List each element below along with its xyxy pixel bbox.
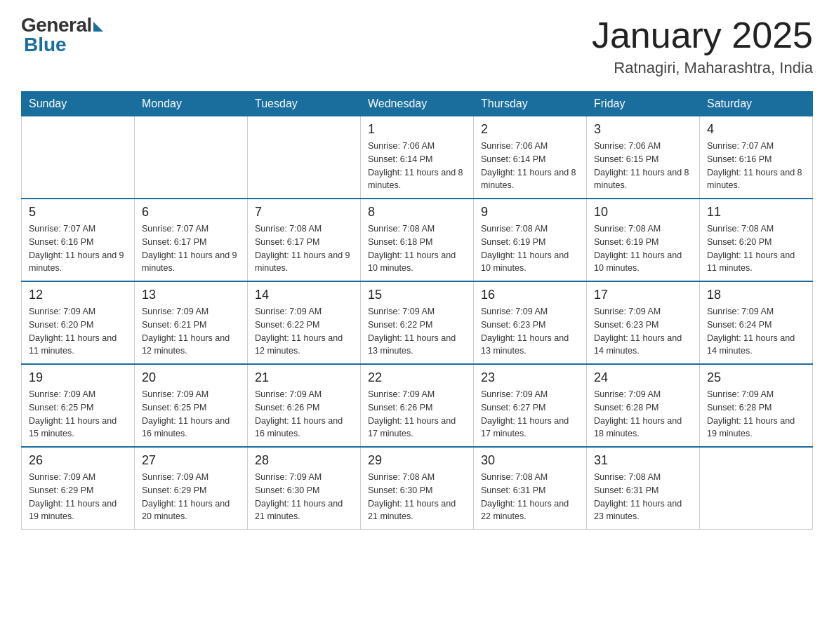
day-number: 8 (368, 205, 466, 220)
day-number: 13 (142, 288, 240, 302)
day-number: 4 (707, 122, 805, 137)
calendar-cell: 17Sunrise: 7:09 AMSunset: 6:23 PMDayligh… (587, 281, 700, 364)
calendar-cell: 20Sunrise: 7:09 AMSunset: 6:25 PMDayligh… (135, 364, 248, 447)
calendar-cell: 30Sunrise: 7:08 AMSunset: 6:31 PMDayligh… (474, 447, 587, 530)
day-number: 20 (142, 370, 240, 385)
calendar-cell: 12Sunrise: 7:09 AMSunset: 6:20 PMDayligh… (22, 281, 135, 364)
calendar-cell: 2Sunrise: 7:06 AMSunset: 6:14 PMDaylight… (474, 116, 587, 199)
calendar-week-row: 5Sunrise: 7:07 AMSunset: 6:16 PMDaylight… (22, 199, 813, 281)
day-info: Sunrise: 7:08 AMSunset: 6:17 PMDaylight:… (255, 222, 353, 275)
day-info: Sunrise: 7:09 AMSunset: 6:25 PMDaylight:… (142, 388, 240, 441)
day-number: 27 (142, 453, 240, 468)
month-title: January 2025 (592, 14, 813, 56)
calendar-cell (22, 116, 135, 199)
calendar-cell: 29Sunrise: 7:08 AMSunset: 6:30 PMDayligh… (361, 447, 474, 530)
calendar-header-row: SundayMondayTuesdayWednesdayThursdayFrid… (22, 92, 813, 116)
day-info: Sunrise: 7:09 AMSunset: 6:23 PMDaylight:… (481, 305, 579, 358)
day-of-week-header: Monday (135, 92, 248, 116)
day-number: 12 (29, 288, 127, 302)
day-info: Sunrise: 7:09 AMSunset: 6:23 PMDaylight:… (594, 305, 692, 358)
day-info: Sunrise: 7:08 AMSunset: 6:19 PMDaylight:… (481, 222, 579, 275)
title-section: January 2025 Ratnagiri, Maharashtra, Ind… (592, 14, 813, 77)
day-info: Sunrise: 7:09 AMSunset: 6:26 PMDaylight:… (255, 388, 353, 441)
calendar-cell: 11Sunrise: 7:08 AMSunset: 6:20 PMDayligh… (700, 199, 813, 281)
calendar-cell: 9Sunrise: 7:08 AMSunset: 6:19 PMDaylight… (474, 199, 587, 281)
calendar-cell: 4Sunrise: 7:07 AMSunset: 6:16 PMDaylight… (700, 116, 813, 199)
day-number: 23 (481, 370, 579, 385)
calendar-cell: 28Sunrise: 7:09 AMSunset: 6:30 PMDayligh… (248, 447, 361, 530)
day-number: 11 (707, 205, 805, 220)
calendar-week-row: 12Sunrise: 7:09 AMSunset: 6:20 PMDayligh… (22, 281, 813, 364)
day-info: Sunrise: 7:08 AMSunset: 6:31 PMDaylight:… (481, 471, 579, 523)
calendar-cell: 8Sunrise: 7:08 AMSunset: 6:18 PMDaylight… (361, 199, 474, 281)
calendar-cell: 6Sunrise: 7:07 AMSunset: 6:17 PMDaylight… (135, 199, 248, 281)
calendar-cell: 3Sunrise: 7:06 AMSunset: 6:15 PMDaylight… (587, 116, 700, 199)
day-number: 29 (368, 453, 466, 468)
calendar-cell (248, 116, 361, 199)
logo-arrow-icon (93, 22, 103, 32)
day-of-week-header: Tuesday (248, 92, 361, 116)
calendar-cell: 1Sunrise: 7:06 AMSunset: 6:14 PMDaylight… (361, 116, 474, 199)
calendar-cell: 21Sunrise: 7:09 AMSunset: 6:26 PMDayligh… (248, 364, 361, 447)
calendar-cell: 19Sunrise: 7:09 AMSunset: 6:25 PMDayligh… (22, 364, 135, 447)
day-of-week-header: Saturday (700, 92, 813, 116)
day-info: Sunrise: 7:09 AMSunset: 6:22 PMDaylight:… (368, 305, 466, 358)
day-info: Sunrise: 7:08 AMSunset: 6:30 PMDaylight:… (368, 471, 466, 523)
day-info: Sunrise: 7:07 AMSunset: 6:16 PMDaylight:… (707, 140, 805, 192)
logo-blue-text: Blue (21, 34, 67, 56)
day-number: 5 (29, 205, 127, 220)
day-info: Sunrise: 7:09 AMSunset: 6:26 PMDaylight:… (368, 388, 466, 441)
calendar-cell: 31Sunrise: 7:08 AMSunset: 6:31 PMDayligh… (587, 447, 700, 530)
calendar-cell: 15Sunrise: 7:09 AMSunset: 6:22 PMDayligh… (361, 281, 474, 364)
day-number: 24 (594, 370, 692, 385)
day-info: Sunrise: 7:06 AMSunset: 6:14 PMDaylight:… (481, 140, 579, 192)
day-number: 6 (142, 205, 240, 220)
day-number: 1 (368, 122, 466, 137)
day-number: 3 (594, 122, 692, 137)
day-info: Sunrise: 7:09 AMSunset: 6:29 PMDaylight:… (29, 471, 127, 523)
day-of-week-header: Sunday (22, 92, 135, 116)
day-of-week-header: Thursday (474, 92, 587, 116)
location-subtitle: Ratnagiri, Maharashtra, India (592, 59, 813, 77)
day-info: Sunrise: 7:08 AMSunset: 6:31 PMDaylight:… (594, 471, 692, 523)
calendar-cell: 10Sunrise: 7:08 AMSunset: 6:19 PMDayligh… (587, 199, 700, 281)
day-info: Sunrise: 7:09 AMSunset: 6:21 PMDaylight:… (142, 305, 240, 358)
day-number: 18 (707, 288, 805, 302)
day-info: Sunrise: 7:08 AMSunset: 6:20 PMDaylight:… (707, 222, 805, 275)
day-info: Sunrise: 7:09 AMSunset: 6:20 PMDaylight:… (29, 305, 127, 358)
day-number: 28 (255, 453, 353, 468)
day-number: 19 (29, 370, 127, 385)
day-number: 7 (255, 205, 353, 220)
calendar-cell: 24Sunrise: 7:09 AMSunset: 6:28 PMDayligh… (587, 364, 700, 447)
day-info: Sunrise: 7:07 AMSunset: 6:16 PMDaylight:… (29, 222, 127, 275)
day-number: 21 (255, 370, 353, 385)
day-number: 15 (368, 288, 466, 302)
day-number: 14 (255, 288, 353, 302)
day-info: Sunrise: 7:08 AMSunset: 6:18 PMDaylight:… (368, 222, 466, 275)
day-info: Sunrise: 7:06 AMSunset: 6:15 PMDaylight:… (594, 140, 692, 192)
calendar-cell: 27Sunrise: 7:09 AMSunset: 6:29 PMDayligh… (135, 447, 248, 530)
day-info: Sunrise: 7:09 AMSunset: 6:22 PMDaylight:… (255, 305, 353, 358)
calendar-week-row: 19Sunrise: 7:09 AMSunset: 6:25 PMDayligh… (22, 364, 813, 447)
logo: General Blue (21, 14, 103, 56)
calendar-cell: 26Sunrise: 7:09 AMSunset: 6:29 PMDayligh… (22, 447, 135, 530)
calendar-table: SundayMondayTuesdayWednesdayThursdayFrid… (21, 91, 813, 530)
day-of-week-header: Friday (587, 92, 700, 116)
day-of-week-header: Wednesday (361, 92, 474, 116)
calendar-cell: 7Sunrise: 7:08 AMSunset: 6:17 PMDaylight… (248, 199, 361, 281)
calendar-cell: 14Sunrise: 7:09 AMSunset: 6:22 PMDayligh… (248, 281, 361, 364)
day-info: Sunrise: 7:09 AMSunset: 6:29 PMDaylight:… (142, 471, 240, 523)
calendar-cell: 5Sunrise: 7:07 AMSunset: 6:16 PMDaylight… (22, 199, 135, 281)
calendar-week-row: 26Sunrise: 7:09 AMSunset: 6:29 PMDayligh… (22, 447, 813, 530)
calendar-cell: 25Sunrise: 7:09 AMSunset: 6:28 PMDayligh… (700, 364, 813, 447)
day-number: 2 (481, 122, 579, 137)
day-info: Sunrise: 7:09 AMSunset: 6:28 PMDaylight:… (594, 388, 692, 441)
day-number: 9 (481, 205, 579, 220)
calendar-week-row: 1Sunrise: 7:06 AMSunset: 6:14 PMDaylight… (22, 116, 813, 199)
day-info: Sunrise: 7:09 AMSunset: 6:28 PMDaylight:… (707, 388, 805, 441)
calendar-cell: 22Sunrise: 7:09 AMSunset: 6:26 PMDayligh… (361, 364, 474, 447)
calendar-cell: 16Sunrise: 7:09 AMSunset: 6:23 PMDayligh… (474, 281, 587, 364)
day-number: 10 (594, 205, 692, 220)
day-number: 22 (368, 370, 466, 385)
day-number: 16 (481, 288, 579, 302)
